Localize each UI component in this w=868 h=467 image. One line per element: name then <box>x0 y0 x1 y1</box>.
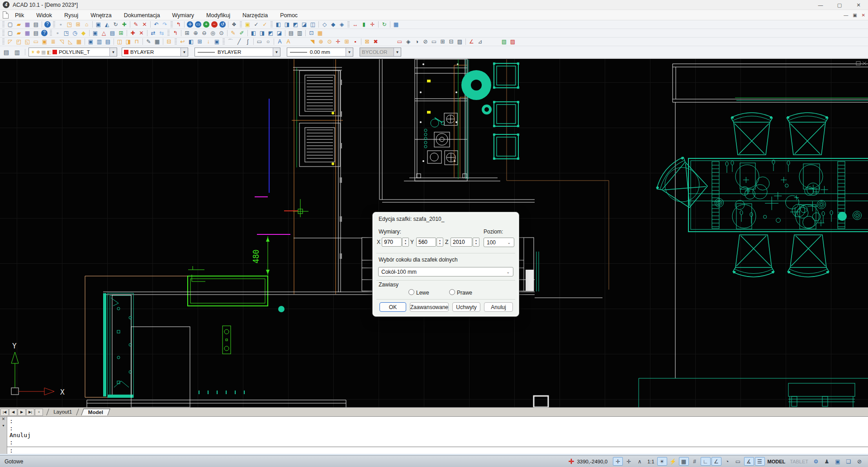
move-object-icon[interactable]: ✚ <box>120 21 128 28</box>
mirror-entities-icon[interactable]: △ <box>100 29 108 37</box>
menu-item-dokumentacja[interactable]: Dokumentacja <box>124 12 160 19</box>
chart-red-icon[interactable]: ▨ <box>508 38 517 45</box>
grid-orange-icon[interactable]: ⊞ <box>342 38 351 45</box>
z-input[interactable] <box>451 238 472 247</box>
delete-red-icon[interactable]: ✖ <box>371 38 380 45</box>
tab-model[interactable]: Model <box>81 409 110 415</box>
slope-tool-icon[interactable]: ◥ <box>308 38 317 45</box>
toolbar-handle[interactable] <box>53 21 55 28</box>
mirror-object-icon[interactable]: ◭ <box>103 21 111 28</box>
layer-match-icon[interactable]: ▥ <box>13 48 22 56</box>
lineweight-toggle[interactable]: ☰ <box>755 457 765 466</box>
dot-small-icon[interactable]: ▪ <box>351 38 360 45</box>
frame-red-icon[interactable]: ▭ <box>395 38 404 45</box>
save-drawing-icon[interactable]: ▦ <box>23 29 32 37</box>
zoom-in-2-icon[interactable]: ⊕ <box>191 29 200 37</box>
view-cube-3-icon[interactable]: ◩ <box>291 21 300 28</box>
menu-item-wnętrza[interactable]: Wnętrza <box>90 12 112 19</box>
close-button[interactable]: ✕ <box>849 0 868 10</box>
edit-object-icon[interactable]: ✎ <box>132 21 140 28</box>
insert-frame-icon[interactable]: ◳ <box>65 21 74 28</box>
redo-icon[interactable]: ↷ <box>161 21 169 28</box>
iso-view-3-icon[interactable]: ◈ <box>337 21 346 28</box>
rect-plain-icon[interactable]: ▭ <box>430 38 438 45</box>
rect-tool-icon[interactable]: ▭ <box>255 38 264 45</box>
undo-all-icon[interactable]: ↰ <box>174 21 183 28</box>
new-viewport-icon[interactable]: ⊞ <box>117 29 125 37</box>
pan-hand-icon[interactable]: ❖ <box>230 21 238 28</box>
radio-lewe[interactable] <box>408 289 414 295</box>
flip-vertical-icon[interactable]: ◈ <box>404 38 413 45</box>
radio-prawe[interactable] <box>449 289 455 295</box>
table-tool-icon[interactable]: ▦ <box>316 29 324 37</box>
select-rect-icon[interactable]: ▫ <box>57 21 65 28</box>
grid-6-icon[interactable]: ⊟ <box>447 38 455 45</box>
y-input[interactable] <box>416 238 436 247</box>
sheet-set-2-icon[interactable]: ▥ <box>295 29 304 37</box>
help-topics-icon[interactable]: ? <box>41 30 47 36</box>
publish-check-icon[interactable]: ▣ <box>243 21 252 28</box>
match-properties-icon[interactable]: ✐ <box>237 29 246 37</box>
cokol-select[interactable]: Cokół-100 mm ⌄ <box>378 267 513 276</box>
layer-dropdown-arrow[interactable]: ▼ <box>109 48 117 56</box>
measure-area-icon[interactable]: ▮ <box>360 21 368 28</box>
ucs-arrow-toggle[interactable]: ∧ <box>635 457 645 466</box>
grid-lines-toggle[interactable]: # <box>690 457 700 466</box>
fronts-pair-icon[interactable]: ◨ <box>124 38 133 45</box>
circle-tool-icon[interactable]: ○ <box>264 38 272 45</box>
copy-object-icon[interactable]: ▣ <box>94 21 103 28</box>
grid-5-icon[interactable]: ⊞ <box>438 38 447 45</box>
circle-dot-icon[interactable]: ⊙ <box>325 38 334 45</box>
toolbar-handle[interactable] <box>175 38 177 45</box>
power-icon[interactable]: ⊘ <box>854 457 864 466</box>
half-tone-icon[interactable]: ◑ <box>413 38 421 45</box>
check-single-icon[interactable]: ✓ <box>252 21 261 28</box>
attach-clip-icon[interactable]: ✎ <box>144 38 153 45</box>
x-spinner[interactable]: ▲▼ <box>402 238 409 247</box>
pan-icon[interactable]: ✛ <box>187 21 193 28</box>
repair-tool-icon[interactable]: ✚ <box>128 29 137 37</box>
check-batch-icon[interactable]: ✓ <box>261 21 269 28</box>
otrack-toggle[interactable]: ⚡ <box>668 457 678 466</box>
toolbar-handle[interactable] <box>223 38 225 45</box>
print-drawing-icon[interactable]: ▤ <box>32 29 40 37</box>
hatch-box-icon[interactable]: ▨ <box>455 38 464 45</box>
screen-icon[interactable]: ▣ <box>833 457 843 466</box>
new-drawing-icon[interactable]: ▢ <box>6 29 14 37</box>
toolbar-handle[interactable] <box>50 30 52 36</box>
cabinet-blue-icon[interactable]: ◧ <box>187 38 195 45</box>
uchwyty-button[interactable]: Uchwyty <box>452 302 480 312</box>
toolbar-handle[interactable] <box>2 21 5 28</box>
crossed-box-icon[interactable]: ⊠ <box>363 38 371 45</box>
delete-object-icon[interactable]: ✕ <box>140 21 149 28</box>
layer-properties-icon[interactable]: ▤ <box>2 48 11 56</box>
anuluj-button[interactable]: Anuluj <box>484 302 513 312</box>
user-icon[interactable]: ♟ <box>822 457 832 466</box>
color-dropdown-arrow[interactable]: ▼ <box>180 48 188 56</box>
viewport-toggle[interactable]: ▭ <box>733 457 743 466</box>
minimize-button[interactable]: — <box>811 0 830 10</box>
zaawansowane-button[interactable]: Zaawansowane <box>410 302 449 312</box>
cabinet-list-icon[interactable]: ▤ <box>104 38 112 45</box>
back-view-icon[interactable]: ↰ <box>171 29 180 37</box>
mdi-restore-button[interactable]: ▣ <box>853 13 857 18</box>
command-close-icon[interactable]: ✕ <box>0 417 7 421</box>
id-point-icon[interactable]: ✛ <box>368 21 377 28</box>
command-expand-icon[interactable]: ▼ <box>0 424 7 427</box>
text-edit-tool-icon[interactable]: A <box>284 38 293 45</box>
view-cube-4-icon[interactable]: ◪ <box>300 21 308 28</box>
layer-dropdown[interactable]: ☀ ❄ ▦ ◧ POLYLINE_T ▼ <box>28 48 117 57</box>
poziom-select[interactable]: 100 ⌄ <box>484 238 514 247</box>
zoom-selection-icon[interactable]: ▫ <box>53 29 62 37</box>
front-editor-icon[interactable]: ◹ <box>57 38 66 45</box>
x-input[interactable] <box>382 238 402 247</box>
view-cube-2-icon[interactable]: ◨ <box>283 21 291 28</box>
zoom-previous-icon[interactable]: ↺ <box>219 21 226 28</box>
xref-link-icon[interactable]: ⇄ <box>149 29 157 37</box>
menu-item-modyfikuj[interactable]: Modyfikuj <box>206 12 230 19</box>
region-tool-icon[interactable]: ⊡ <box>307 29 316 37</box>
standards-shield-icon[interactable]: ◆ <box>79 29 88 37</box>
top-cabinet-icon[interactable]: ⊓ <box>133 38 141 45</box>
sheets-icon[interactable]: ❏ <box>844 457 854 466</box>
view-cube-5-icon[interactable]: ◫ <box>308 21 317 28</box>
